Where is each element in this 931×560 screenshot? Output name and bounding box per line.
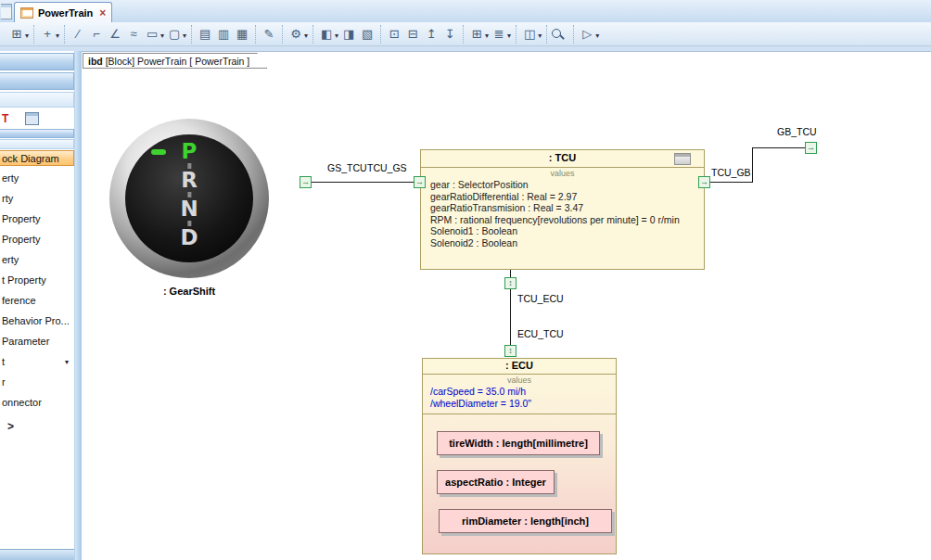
dropdown-caret-icon[interactable]: ▾ — [25, 32, 29, 40]
panel-divider[interactable] — [74, 51, 82, 560]
edit-note-icon[interactable]: ✎ — [260, 26, 278, 43]
palette-item[interactable]: t Property — [0, 271, 74, 289]
chevron-down-icon[interactable]: ▾ — [65, 358, 69, 366]
palette-item-label: Behavior Pro... — [2, 315, 70, 326]
stamp-up-icon[interactable]: ↥ — [422, 26, 440, 43]
tab-powertrain[interactable]: PowerTrain × — [14, 2, 112, 22]
window-layout-icon[interactable]: ◫ — [520, 26, 539, 43]
search-icon[interactable] — [551, 28, 569, 41]
connector-tcu-gb[interactable] — [752, 147, 805, 148]
palette-expander[interactable]: > — [0, 420, 74, 437]
copy-icon[interactable]: ⊡ — [385, 26, 403, 43]
container-shape-icon[interactable]: ▢ — [165, 26, 184, 43]
palette-item[interactable]: Property — [0, 210, 74, 228]
line-tool-icon[interactable]: ∕ — [69, 26, 87, 43]
gearshift-part-label[interactable]: : GearShift — [109, 286, 269, 297]
run-icon[interactable]: ▷ — [578, 26, 596, 43]
dropdown-caret-icon[interactable]: ▾ — [485, 32, 489, 40]
tcu-block[interactable]: : TCU values gear : SelectorPosition gea… — [420, 149, 705, 270]
settings-gear-icon[interactable]: ⚙ — [287, 26, 305, 43]
port-label-tcu-gb[interactable]: TCU_GB — [711, 167, 751, 178]
tcu-block-title[interactable]: : TCU — [421, 150, 704, 168]
port-tcu-gb[interactable]: → — [698, 176, 710, 188]
diagram-canvas[interactable]: ibd [Block] PowerTrain [ PowerTrain ] P … — [82, 51, 931, 560]
part-tirewidth[interactable]: tireWidth : length[millimetre] — [437, 431, 600, 455]
tcu-value-line[interactable]: Solenoid1 : Boolean — [421, 225, 704, 237]
port-gb-tcu[interactable]: → — [805, 142, 817, 154]
stamp-down-icon[interactable]: ↧ — [440, 26, 459, 43]
tcu-value-line[interactable]: gear : SelectorPosition — [421, 179, 704, 191]
swimlane-vertical-icon[interactable]: ▥ — [214, 26, 233, 43]
gearshift-image[interactable]: P R N D — [109, 119, 269, 278]
dropdown-caret-icon[interactable]: ▾ — [160, 32, 164, 40]
dropdown-caret-icon[interactable]: ▾ — [507, 32, 511, 40]
port-label-gb-tcu[interactable]: GB_TCU — [777, 126, 817, 137]
tcu-value-line[interactable]: RPM : rational frequency[revolutions per… — [421, 214, 704, 226]
dropdown-caret-icon[interactable]: ▾ — [304, 32, 308, 40]
port-label-ecu-tcu[interactable]: ECU_TCU — [517, 328, 564, 339]
polyline-tool-icon[interactable]: ⌐ — [87, 26, 106, 43]
tcu-value-line[interactable]: gearRatioTransmision : Real = 3.47 — [421, 202, 704, 214]
close-icon[interactable]: × — [99, 8, 106, 18]
palette-item[interactable]: Behavior Pro... — [0, 312, 74, 330]
port-label-tcu-gs[interactable]: TCU_GS — [367, 162, 407, 173]
dropdown-caret-icon[interactable]: ▾ — [335, 32, 338, 40]
diagram-palette: T ock Diagram erty rty Property Property… — [0, 51, 74, 560]
layout-list-icon[interactable]: ≣ — [490, 26, 508, 43]
table-left-icon[interactable]: ◨ — [339, 26, 358, 43]
port-gs-tcu[interactable]: → — [300, 176, 312, 188]
connector-tcu-gb[interactable] — [752, 147, 753, 183]
port-ecu-tcu[interactable]: ↕ — [504, 345, 517, 357]
dropdown-caret-icon[interactable]: ▾ — [56, 32, 59, 40]
port-label-tcu-ecu[interactable]: TCU_ECU — [517, 293, 564, 304]
swimlane-horizontal-icon[interactable]: ▤ — [196, 26, 214, 43]
tcu-value-line[interactable]: Solenoid2 : Boolean — [421, 237, 704, 249]
connector-gs-tcu[interactable] — [312, 182, 414, 183]
ecu-block-title[interactable]: : ECU — [423, 359, 616, 375]
connector-tcu-gb[interactable] — [710, 182, 753, 183]
dropdown-caret-icon[interactable]: ▾ — [595, 32, 599, 40]
palette-header-bar[interactable] — [0, 53, 74, 70]
table-right-icon[interactable]: ▧ — [358, 26, 376, 43]
tcu-value-line[interactable]: gearRatioDifferential : Real = 2.97 — [421, 191, 704, 203]
ecu-block[interactable]: : ECU values /carSpeed = 35.0 mi/h /whee… — [422, 358, 617, 554]
quick-add-icon[interactable]: + — [38, 26, 57, 43]
palette-item[interactable]: Property — [0, 230, 74, 248]
palette-item[interactable]: Parameter — [0, 332, 74, 350]
palette-item[interactable]: rty — [0, 189, 74, 208]
port-label-gs-tcu[interactable]: GS_TCU — [327, 162, 367, 173]
dropdown-caret-icon[interactable]: ▾ — [183, 32, 186, 40]
palette-item[interactable]: erty — [0, 250, 74, 269]
ecu-value-line[interactable]: /wheelDiameter = 19.0" — [423, 398, 616, 410]
ecu-value-line[interactable]: /carSpeed = 35.0 mi/h — [423, 386, 616, 398]
gearshift-letters: P R N D — [180, 141, 198, 248]
grid-icon[interactable]: ▦ — [233, 26, 251, 43]
part-rimdiameter[interactable]: rimDiameter : length[inch] — [439, 509, 612, 533]
port-tcu-gs[interactable]: → — [414, 176, 426, 188]
application-window: PowerTrain × ⊞ ▾ + ▾ ∕ ⌐ ∠ ≈ ▭ ▾ ▢ ▾ ▤ ▥… — [0, 0, 931, 560]
curve-tool-icon[interactable]: ≈ — [124, 26, 143, 43]
palette-header-bar[interactable] — [0, 72, 74, 90]
port-tcu-ecu[interactable]: ↕ — [504, 277, 517, 289]
palette-item-tools[interactable]: T — [0, 109, 74, 127]
gearshift-knob: P R N D — [125, 134, 253, 262]
palette-item[interactable]: onnector — [0, 393, 74, 412]
palette-item[interactable]: ference — [0, 291, 74, 310]
palette-item-port[interactable]: t ▾ — [0, 352, 74, 371]
ecu-title-text: : ECU — [505, 360, 533, 371]
part-aspectratio[interactable]: aspectRatio : Integer — [437, 470, 555, 494]
rectilinear-path-icon[interactable]: ▭ — [143, 26, 161, 43]
angle-line-tool-icon[interactable]: ∠ — [106, 26, 124, 43]
palette-item[interactable]: r — [0, 373, 74, 391]
palette-header-bar[interactable] — [0, 92, 74, 108]
horizontal-scrollbar[interactable] — [0, 549, 74, 560]
shape-style-icon[interactable]: ◧ — [317, 26, 336, 43]
palette-item-block-diagram[interactable]: ock Diagram — [0, 150, 74, 166]
layout-grid-icon[interactable]: ⊞ — [467, 26, 486, 43]
paste-icon[interactable]: ⊟ — [403, 26, 422, 43]
containment-tree-icon[interactable]: ⊞ — [7, 26, 26, 43]
toolbar-group-note: ✎ — [255, 25, 282, 44]
palette-item[interactable]: erty — [0, 169, 74, 187]
palette-item-label: Property — [2, 234, 41, 245]
dropdown-caret-icon[interactable]: ▾ — [538, 32, 542, 40]
